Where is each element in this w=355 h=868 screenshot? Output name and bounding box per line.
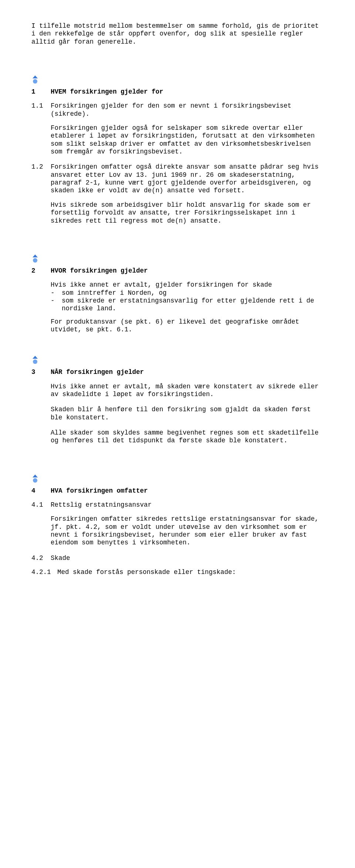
section-2-number: 2 bbox=[31, 267, 51, 275]
section-3-heading: 3 NÅR forsikringen gjelder bbox=[31, 368, 324, 376]
clause-4-2-heading: 4.2 Skade bbox=[31, 554, 324, 562]
clause-1-1-number: 1.1 bbox=[31, 102, 51, 118]
list-item-text: som inntreffer i Norden, og bbox=[62, 289, 167, 297]
section-1-number: 1 bbox=[31, 88, 51, 96]
section-marker-icon bbox=[31, 474, 39, 483]
section-4-title: HVA forsikringen omfatter bbox=[51, 487, 324, 495]
intro-paragraph: I tilfelle motstrid mellom bestemmelser … bbox=[31, 22, 324, 46]
section-2-line-1: Hvis ikke annet er avtalt, gjelder forsi… bbox=[51, 281, 324, 289]
clause-4-2-title: Skade bbox=[51, 554, 324, 562]
section-3-body: Hvis ikke annet er avtalt, må skaden vær… bbox=[31, 383, 324, 445]
clause-4-1-title: Rettslig erstatningsansvar bbox=[51, 501, 324, 509]
clause-4-2-number: 4.2 bbox=[31, 554, 51, 562]
clause-4-2-1: 4.2.1 Med skade forstås personskade elle… bbox=[31, 568, 324, 576]
list-item-text: som sikrede er erstatningsansvarlig for … bbox=[62, 297, 324, 313]
section-3-number: 3 bbox=[31, 368, 51, 376]
section-2-heading: 2 HVOR forsikringen gjelder bbox=[31, 267, 324, 275]
section-1-heading: 1 HVEM forsikringen gjelder for bbox=[31, 88, 324, 96]
clause-1-2-text-b: Hvis sikrede som arbeidsgiver blir holdt… bbox=[31, 201, 324, 225]
section-3-p1: Hvis ikke annet er avtalt, må skaden vær… bbox=[51, 383, 324, 399]
section-2-body: Hvis ikke annet er avtalt, gjelder forsi… bbox=[31, 281, 324, 334]
clause-1-1: 1.1 Forsikringen gjelder for den som er … bbox=[31, 102, 324, 118]
clause-4-1-body: Forsikringen omfatter sikredes rettslige… bbox=[31, 515, 324, 547]
section-marker-icon bbox=[31, 75, 39, 84]
clause-4-1-heading: 4.1 Rettslig erstatningsansvar bbox=[31, 501, 324, 509]
clause-1-2: 1.2 Forsikringen omfatter også direkte a… bbox=[31, 163, 324, 195]
clause-1-1-text-a: Forsikringen gjelder for den som er nevn… bbox=[51, 102, 324, 118]
clause-4-1-number: 4.1 bbox=[31, 501, 51, 509]
clause-1-1-text-b: Forsikringen gjelder også for selskaper … bbox=[31, 124, 324, 156]
section-3-p2: Skaden blir å henføre til den forsikring… bbox=[51, 406, 324, 422]
section-1-title: HVEM forsikringen gjelder for bbox=[51, 88, 324, 96]
section-3-p3: Alle skader som skyldes samme begivenhet… bbox=[51, 429, 324, 445]
list-item: - som inntreffer i Norden, og bbox=[51, 289, 324, 297]
clause-4-2-1-number: 4.2.1 bbox=[31, 568, 57, 576]
section-4-heading: 4 HVA forsikringen omfatter bbox=[31, 487, 324, 495]
clause-4-2-1-body: Med skade forstås personskade eller ting… bbox=[57, 568, 324, 576]
section-marker-icon bbox=[31, 356, 39, 364]
section-4-number: 4 bbox=[31, 487, 51, 495]
document-page: I tilfelle motstrid mellom bestemmelser … bbox=[0, 0, 355, 607]
section-marker-icon bbox=[31, 254, 39, 263]
dash-bullet: - bbox=[51, 289, 62, 297]
list-item: - som sikrede er erstatningsansvarlig fo… bbox=[51, 297, 324, 313]
section-2-list: - som inntreffer i Norden, og - som sikr… bbox=[51, 289, 324, 313]
section-2-title: HVOR forsikringen gjelder bbox=[51, 267, 324, 275]
clause-1-2-number: 1.2 bbox=[31, 163, 51, 195]
section-2-line-2: For produktansvar (se pkt. 6) er likevel… bbox=[51, 318, 324, 334]
section-3-title: NÅR forsikringen gjelder bbox=[51, 368, 324, 376]
dash-bullet: - bbox=[51, 297, 62, 313]
clause-1-2-text-a: Forsikringen omfatter også direkte ansva… bbox=[51, 163, 324, 195]
